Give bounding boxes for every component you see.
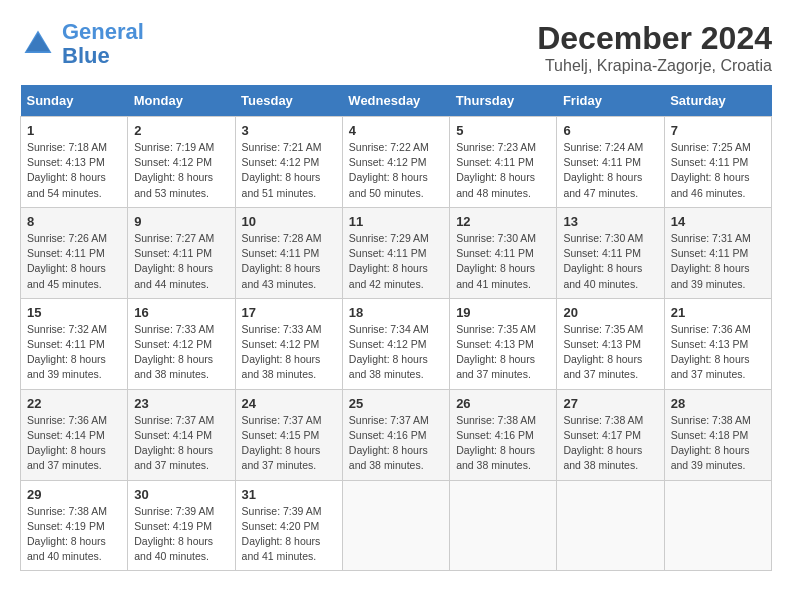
- day-number: 23: [134, 396, 228, 411]
- day-number: 31: [242, 487, 336, 502]
- calendar-cell: 27 Sunrise: 7:38 AM Sunset: 4:17 PM Dayl…: [557, 389, 664, 480]
- weekday-header: Saturday: [664, 85, 771, 117]
- day-number: 13: [563, 214, 657, 229]
- day-info: Sunrise: 7:26 AM Sunset: 4:11 PM Dayligh…: [27, 231, 121, 292]
- day-number: 28: [671, 396, 765, 411]
- day-info: Sunrise: 7:38 AM Sunset: 4:19 PM Dayligh…: [27, 504, 121, 565]
- day-info: Sunrise: 7:38 AM Sunset: 4:18 PM Dayligh…: [671, 413, 765, 474]
- calendar-cell: 13 Sunrise: 7:30 AM Sunset: 4:11 PM Dayl…: [557, 207, 664, 298]
- calendar-cell: 25 Sunrise: 7:37 AM Sunset: 4:16 PM Dayl…: [342, 389, 449, 480]
- day-info: Sunrise: 7:35 AM Sunset: 4:13 PM Dayligh…: [456, 322, 550, 383]
- calendar-cell: [450, 480, 557, 571]
- weekday-header-row: SundayMondayTuesdayWednesdayThursdayFrid…: [21, 85, 772, 117]
- day-number: 21: [671, 305, 765, 320]
- calendar-cell: [664, 480, 771, 571]
- day-info: Sunrise: 7:33 AM Sunset: 4:12 PM Dayligh…: [242, 322, 336, 383]
- calendar-cell: 2 Sunrise: 7:19 AM Sunset: 4:12 PM Dayli…: [128, 117, 235, 208]
- day-info: Sunrise: 7:36 AM Sunset: 4:14 PM Dayligh…: [27, 413, 121, 474]
- day-number: 9: [134, 214, 228, 229]
- weekday-header: Monday: [128, 85, 235, 117]
- day-info: Sunrise: 7:39 AM Sunset: 4:20 PM Dayligh…: [242, 504, 336, 565]
- calendar-week-row: 29 Sunrise: 7:38 AM Sunset: 4:19 PM Dayl…: [21, 480, 772, 571]
- calendar-cell: 20 Sunrise: 7:35 AM Sunset: 4:13 PM Dayl…: [557, 298, 664, 389]
- main-title: December 2024: [537, 20, 772, 57]
- day-info: Sunrise: 7:37 AM Sunset: 4:16 PM Dayligh…: [349, 413, 443, 474]
- calendar-cell: 12 Sunrise: 7:30 AM Sunset: 4:11 PM Dayl…: [450, 207, 557, 298]
- day-info: Sunrise: 7:18 AM Sunset: 4:13 PM Dayligh…: [27, 140, 121, 201]
- calendar-cell: 30 Sunrise: 7:39 AM Sunset: 4:19 PM Dayl…: [128, 480, 235, 571]
- day-number: 15: [27, 305, 121, 320]
- day-number: 19: [456, 305, 550, 320]
- day-number: 5: [456, 123, 550, 138]
- day-info: Sunrise: 7:38 AM Sunset: 4:16 PM Dayligh…: [456, 413, 550, 474]
- calendar-cell: 17 Sunrise: 7:33 AM Sunset: 4:12 PM Dayl…: [235, 298, 342, 389]
- day-info: Sunrise: 7:38 AM Sunset: 4:17 PM Dayligh…: [563, 413, 657, 474]
- subtitle: Tuhelj, Krapina-Zagorje, Croatia: [537, 57, 772, 75]
- weekday-header: Tuesday: [235, 85, 342, 117]
- calendar-cell: 31 Sunrise: 7:39 AM Sunset: 4:20 PM Dayl…: [235, 480, 342, 571]
- day-number: 8: [27, 214, 121, 229]
- day-info: Sunrise: 7:37 AM Sunset: 4:15 PM Dayligh…: [242, 413, 336, 474]
- day-number: 20: [563, 305, 657, 320]
- calendar-cell: 10 Sunrise: 7:28 AM Sunset: 4:11 PM Dayl…: [235, 207, 342, 298]
- calendar-week-row: 8 Sunrise: 7:26 AM Sunset: 4:11 PM Dayli…: [21, 207, 772, 298]
- day-info: Sunrise: 7:36 AM Sunset: 4:13 PM Dayligh…: [671, 322, 765, 383]
- day-info: Sunrise: 7:28 AM Sunset: 4:11 PM Dayligh…: [242, 231, 336, 292]
- calendar-week-row: 22 Sunrise: 7:36 AM Sunset: 4:14 PM Dayl…: [21, 389, 772, 480]
- day-number: 10: [242, 214, 336, 229]
- day-info: Sunrise: 7:19 AM Sunset: 4:12 PM Dayligh…: [134, 140, 228, 201]
- day-info: Sunrise: 7:33 AM Sunset: 4:12 PM Dayligh…: [134, 322, 228, 383]
- calendar-cell: 3 Sunrise: 7:21 AM Sunset: 4:12 PM Dayli…: [235, 117, 342, 208]
- day-info: Sunrise: 7:29 AM Sunset: 4:11 PM Dayligh…: [349, 231, 443, 292]
- calendar-cell: 8 Sunrise: 7:26 AM Sunset: 4:11 PM Dayli…: [21, 207, 128, 298]
- calendar-cell: 18 Sunrise: 7:34 AM Sunset: 4:12 PM Dayl…: [342, 298, 449, 389]
- calendar-cell: 15 Sunrise: 7:32 AM Sunset: 4:11 PM Dayl…: [21, 298, 128, 389]
- day-number: 18: [349, 305, 443, 320]
- day-number: 29: [27, 487, 121, 502]
- day-number: 2: [134, 123, 228, 138]
- day-info: Sunrise: 7:37 AM Sunset: 4:14 PM Dayligh…: [134, 413, 228, 474]
- day-number: 22: [27, 396, 121, 411]
- calendar-cell: 16 Sunrise: 7:33 AM Sunset: 4:12 PM Dayl…: [128, 298, 235, 389]
- calendar-cell: [342, 480, 449, 571]
- day-info: Sunrise: 7:30 AM Sunset: 4:11 PM Dayligh…: [563, 231, 657, 292]
- svg-marker-1: [26, 33, 49, 51]
- calendar-cell: 28 Sunrise: 7:38 AM Sunset: 4:18 PM Dayl…: [664, 389, 771, 480]
- day-number: 16: [134, 305, 228, 320]
- page-header: General Blue December 2024 Tuhelj, Krapi…: [20, 20, 772, 75]
- day-number: 17: [242, 305, 336, 320]
- day-info: Sunrise: 7:31 AM Sunset: 4:11 PM Dayligh…: [671, 231, 765, 292]
- calendar-cell: 21 Sunrise: 7:36 AM Sunset: 4:13 PM Dayl…: [664, 298, 771, 389]
- day-info: Sunrise: 7:22 AM Sunset: 4:12 PM Dayligh…: [349, 140, 443, 201]
- day-info: Sunrise: 7:34 AM Sunset: 4:12 PM Dayligh…: [349, 322, 443, 383]
- logo: General Blue: [20, 20, 144, 68]
- day-info: Sunrise: 7:24 AM Sunset: 4:11 PM Dayligh…: [563, 140, 657, 201]
- logo-text: General Blue: [62, 20, 144, 68]
- calendar-cell: 5 Sunrise: 7:23 AM Sunset: 4:11 PM Dayli…: [450, 117, 557, 208]
- calendar-cell: 24 Sunrise: 7:37 AM Sunset: 4:15 PM Dayl…: [235, 389, 342, 480]
- day-info: Sunrise: 7:32 AM Sunset: 4:11 PM Dayligh…: [27, 322, 121, 383]
- weekday-header: Friday: [557, 85, 664, 117]
- calendar-week-row: 1 Sunrise: 7:18 AM Sunset: 4:13 PM Dayli…: [21, 117, 772, 208]
- weekday-header: Wednesday: [342, 85, 449, 117]
- day-number: 30: [134, 487, 228, 502]
- calendar-week-row: 15 Sunrise: 7:32 AM Sunset: 4:11 PM Dayl…: [21, 298, 772, 389]
- day-number: 1: [27, 123, 121, 138]
- weekday-header: Sunday: [21, 85, 128, 117]
- day-number: 7: [671, 123, 765, 138]
- day-info: Sunrise: 7:23 AM Sunset: 4:11 PM Dayligh…: [456, 140, 550, 201]
- calendar-cell: 29 Sunrise: 7:38 AM Sunset: 4:19 PM Dayl…: [21, 480, 128, 571]
- calendar-cell: 11 Sunrise: 7:29 AM Sunset: 4:11 PM Dayl…: [342, 207, 449, 298]
- calendar-cell: 9 Sunrise: 7:27 AM Sunset: 4:11 PM Dayli…: [128, 207, 235, 298]
- day-number: 11: [349, 214, 443, 229]
- calendar-cell: 26 Sunrise: 7:38 AM Sunset: 4:16 PM Dayl…: [450, 389, 557, 480]
- calendar-cell: 19 Sunrise: 7:35 AM Sunset: 4:13 PM Dayl…: [450, 298, 557, 389]
- day-number: 4: [349, 123, 443, 138]
- day-info: Sunrise: 7:21 AM Sunset: 4:12 PM Dayligh…: [242, 140, 336, 201]
- calendar-cell: 22 Sunrise: 7:36 AM Sunset: 4:14 PM Dayl…: [21, 389, 128, 480]
- day-info: Sunrise: 7:35 AM Sunset: 4:13 PM Dayligh…: [563, 322, 657, 383]
- title-block: December 2024 Tuhelj, Krapina-Zagorje, C…: [537, 20, 772, 75]
- day-number: 27: [563, 396, 657, 411]
- weekday-header: Thursday: [450, 85, 557, 117]
- day-number: 24: [242, 396, 336, 411]
